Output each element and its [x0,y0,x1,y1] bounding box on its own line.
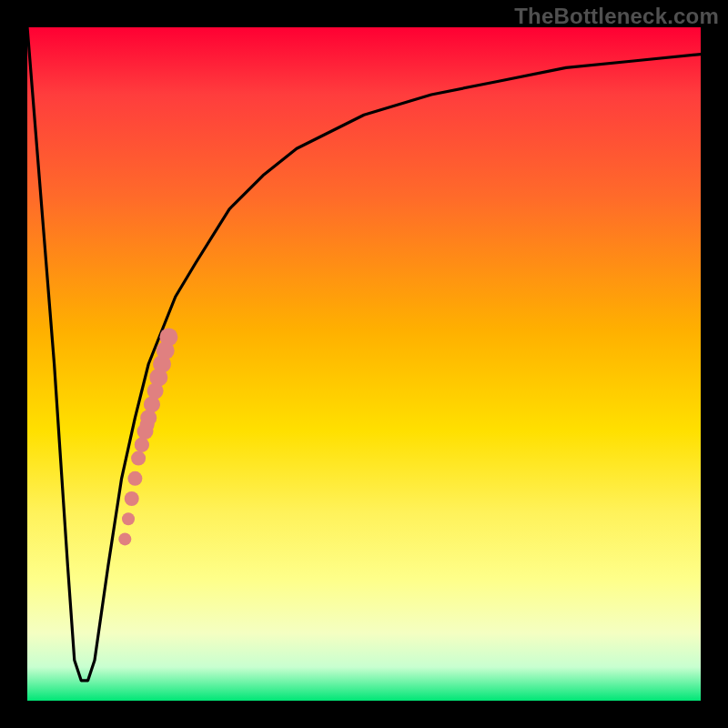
bottleneck-curve [27,27,701,681]
highlight-dot [122,512,135,525]
highlight-dot [146,397,160,411]
highlight-dot [159,328,177,346]
highlighted-segment [118,328,177,545]
chart-svg [27,27,701,701]
watermark-text: TheBottleneck.com [514,4,719,29]
highlight-dot [131,451,146,466]
highlight-dot [118,532,131,545]
chart-frame: TheBottleneck.com [0,0,728,728]
highlight-dot [140,418,155,432]
highlight-dot [125,491,139,506]
highlight-dot [135,438,149,452]
highlight-dot [127,471,142,486]
plot-area [27,27,701,701]
